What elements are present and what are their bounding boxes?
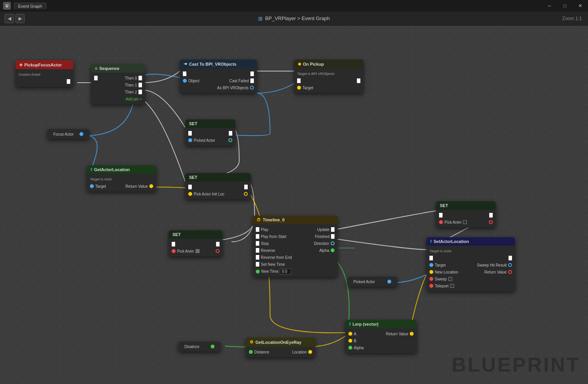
add-pin-row[interactable]: Add pin +	[91, 95, 145, 102]
disatnce-row: Disatnce	[181, 343, 218, 350]
a-pin	[348, 332, 352, 336]
timeline-body: Play Update Play from Start Finished	[253, 224, 338, 277]
zoom-label: Zoom 1:1	[562, 16, 582, 21]
subtitle-row: Target is Actor	[426, 248, 515, 255]
lerp-header: f Lerp (vector)	[345, 320, 417, 328]
set-picked-body: Picked Actor	[185, 128, 235, 146]
set-pick-anim1-body: Pick Anim	[169, 239, 223, 257]
exec-in	[172, 242, 175, 246]
event-graph-tab[interactable]: Event Graph	[14, 3, 46, 9]
focus-actor-out-pin	[79, 132, 83, 136]
target-row: Target	[294, 84, 363, 91]
new-time-pin	[256, 270, 260, 274]
picked-actor-out	[228, 138, 232, 142]
nav-buttons: ◀ ▶	[5, 14, 25, 23]
lerp-vector-node[interactable]: f Lerp (vector) A Return Value B Alph	[345, 320, 417, 353]
focus-actor-body: Focus Actor	[47, 129, 90, 139]
exec-row	[169, 241, 223, 248]
on-pickup-exec-row	[294, 77, 363, 84]
exec-in	[188, 131, 192, 136]
breadcrumb-text: BP_VRPlayer > Event Graph	[265, 15, 329, 21]
exec-row	[436, 212, 496, 219]
set-init-loc-header: SET	[185, 173, 251, 182]
target-return-row: Target Return Value	[87, 183, 156, 190]
node-header: ◆ PickupFocusActor	[15, 60, 73, 69]
sweep-hit-out	[508, 263, 512, 267]
pick-anim-row: Pick Anim	[169, 248, 223, 255]
back-button[interactable]: ◀	[5, 14, 14, 23]
picked-actor-getter-node[interactable]: Picked Actor	[347, 277, 397, 287]
disatnce-body: Disatnce	[178, 342, 221, 352]
reverse-row: Reverse Alpha	[253, 247, 338, 254]
exec-out	[216, 242, 220, 246]
object-row: Object Cast Failed	[180, 77, 257, 84]
exec-in	[429, 256, 433, 260]
sequence-header: ≡ Sequence	[91, 64, 145, 73]
minimize-button[interactable]: ─	[542, 0, 557, 12]
direction-out	[331, 241, 335, 245]
set-pick-actor-init-loc-node[interactable]: SET Pick Actor Init Loc	[185, 173, 251, 199]
disatnce-node[interactable]: Disatnce	[178, 342, 221, 352]
focus-actor-node[interactable]: Focus Actor	[47, 129, 90, 139]
set-pick-anim-2-node[interactable]: SET Pick Anim	[436, 201, 496, 228]
a-return-row: A Return Value	[345, 330, 417, 337]
on-pickup-subtitle: Target is BPI VRObjects	[294, 70, 363, 77]
set-pick-anim2-header: SET	[436, 201, 496, 210]
timeline-node[interactable]: ⏱ Timeline_0 Play Update Play from Start	[253, 216, 338, 277]
exec-out	[244, 185, 248, 189]
target-sweep-row: Target Sweep Hit Result	[426, 262, 515, 268]
seq-exec-row: Then 0	[91, 75, 145, 82]
pickup-focus-actor-node[interactable]: ◆ PickupFocusActor Custom Event	[15, 60, 73, 87]
subtitle-row: Target is Actor	[87, 176, 156, 183]
sequence-node[interactable]: ≡ Sequence Then 0 Then 1 Then 2 Add pin …	[91, 64, 145, 104]
exec-out	[229, 131, 232, 136]
close-button[interactable]: ✕	[573, 0, 588, 12]
then2-pin	[139, 90, 142, 94]
picked-actor-row: Picked Actor	[350, 278, 394, 285]
blueprint-canvas[interactable]: ◆ PickupFocusActor Custom Event ≡ Sequen…	[0, 25, 588, 384]
new-time-row: New Time	[253, 268, 338, 275]
breadcrumb: ⊞ BP_VRPlayer > Event Graph	[258, 15, 329, 22]
pick-anim-out	[216, 249, 220, 253]
get-location-eye-ray-node[interactable]: ⚙ GetLocationOnEyeRay Distance Location	[246, 338, 315, 357]
new-time-input[interactable]	[280, 268, 291, 274]
finished-out	[331, 234, 335, 239]
b-row: B	[345, 337, 417, 344]
target-pin	[297, 86, 301, 90]
set-exec-row	[185, 130, 235, 137]
as-bpi-row: As BPI VRObjects	[180, 84, 257, 91]
new-loc-pin	[429, 270, 433, 274]
cast-header: ↠ Cast To BPI_VRObjects	[180, 59, 257, 68]
exec-out	[489, 213, 493, 217]
distance-location-row: Distance Location	[246, 348, 315, 355]
cast-failed-pin	[250, 78, 254, 83]
set-pick-anim-1-node[interactable]: SET Pick Anim	[169, 230, 223, 257]
set-actor-loc-body: Target is Actor Target Sweep Hit Result	[426, 246, 515, 291]
cast-exec-row	[180, 70, 257, 77]
set-new-time-row: Set New Time	[253, 261, 338, 268]
reverse-in	[256, 248, 259, 253]
exec-out	[509, 256, 512, 260]
on-pickup-node[interactable]: ◆ On Pickup Target is BPI VRObjects Targ…	[294, 59, 363, 93]
teleport-checkbox	[450, 284, 454, 288]
alpha-pin	[348, 346, 352, 350]
grid-icon: ⊞	[258, 15, 263, 22]
titlebar: U Event Graph ─ □ ✕	[0, 0, 588, 12]
forward-button[interactable]: ▶	[15, 14, 25, 23]
get-location-body: Distance Location	[246, 347, 315, 357]
alpha-row: Alpha	[345, 344, 417, 351]
play-in	[256, 227, 259, 232]
cast-bpi-node[interactable]: ↠ Cast To BPI_VRObjects Object Cast Fail…	[180, 59, 257, 93]
get-actor-location-node[interactable]: f GetActorLocation Target is Actor Targe…	[87, 165, 156, 192]
play-row: Play Update	[253, 226, 338, 233]
init-loc-pin	[188, 192, 192, 196]
return-val-pin	[410, 332, 414, 336]
teleport-row: Teleport	[426, 282, 515, 289]
set-picked-actor-node[interactable]: SET Picked Actor	[185, 119, 235, 146]
picked-actor-getter-body: Picked Actor	[347, 277, 397, 287]
distance-pin	[249, 350, 253, 354]
exec-row	[185, 184, 251, 190]
restore-button[interactable]: □	[557, 0, 573, 12]
set-actor-location-node[interactable]: f SetActorLocation Target is Actor Targe…	[426, 237, 515, 291]
pick-actor-init-row: Pick Actor Init Loc	[185, 190, 251, 197]
